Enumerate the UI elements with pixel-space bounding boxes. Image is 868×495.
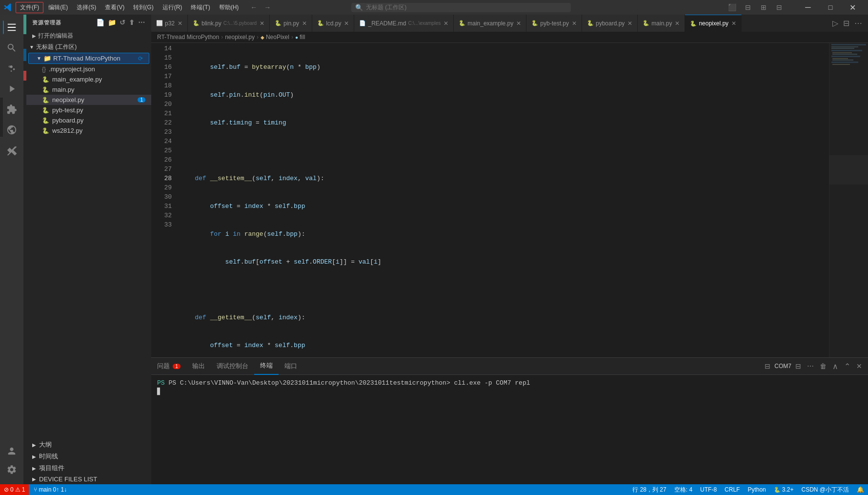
new-file-icon[interactable]: 📄 (96, 19, 105, 26)
breadcrumb-class[interactable]: ◆NeoPixel (261, 34, 289, 41)
panel-maximize-icon[interactable]: ⌃ (842, 361, 852, 372)
activity-run[interactable] (3, 80, 20, 98)
sidebar-file-6[interactable]: 🐍 ws2812.py (26, 125, 151, 136)
run-icon[interactable]: ▷ (830, 19, 840, 28)
sidebar-outline[interactable]: ▶ 大纲 (26, 439, 151, 451)
statusbar-python-version[interactable]: 🐍 3.2+ (770, 484, 798, 495)
sidebar-project-components[interactable]: ▶ 项目组件 (26, 462, 151, 474)
search-input[interactable] (366, 4, 567, 11)
menu-terminal[interactable]: 终端(T) (187, 2, 214, 13)
panel-split-icon[interactable]: ⊟ (763, 361, 772, 371)
panel-up-icon[interactable]: ∧ (830, 361, 840, 372)
search-bar[interactable]: 🔍 (351, 3, 571, 12)
statusbar-eol[interactable]: CRLF (721, 484, 744, 495)
panel-tab-output[interactable]: 输出 (186, 358, 211, 375)
panel-tab-problems[interactable]: 问题 1 (151, 358, 186, 375)
code-area[interactable]: self.buf = bytearray(n * bpp) self.pin.i… (176, 43, 829, 357)
tab-close-main-example[interactable]: ✕ (516, 20, 521, 27)
tab-readme[interactable]: 📄 _README.md C:\...\examples ✕ (354, 15, 454, 32)
breadcrumb-file[interactable]: neopixel.py (225, 34, 255, 41)
activity-account[interactable] (3, 442, 20, 460)
tab-close-pin[interactable]: ✕ (302, 20, 307, 27)
panel-tab-ports[interactable]: 端口 (279, 358, 303, 375)
layout-btn-1[interactable]: ⬛ (725, 0, 740, 15)
tab-neopixel[interactable]: 🐍 neopixel.py ✕ (685, 15, 742, 32)
terminal-content[interactable]: PS PS C:\Users\VINNO-Van\Desktop\2023101… (151, 375, 868, 484)
nav-back[interactable]: ← (247, 2, 260, 12)
breadcrumb-root[interactable]: RT-Thread MicroPython (157, 34, 219, 41)
panel-close-icon[interactable]: ✕ (854, 361, 864, 371)
statusbar-line-col[interactable]: 行 28，列 27 (628, 484, 670, 495)
tab-p32[interactable]: ⬜ p32 ✕ (151, 15, 188, 32)
activity-test[interactable] (3, 142, 20, 159)
nav-forward[interactable]: → (261, 2, 274, 12)
open-editors-header[interactable]: ▶ 打开的编辑器 (26, 30, 151, 41)
panel-layout-icon[interactable]: ⊟ (793, 361, 803, 371)
sidebar-file-2[interactable]: 🐍 main.py (26, 84, 151, 95)
sidebar-file-5[interactable]: 🐍 pyboard.py (26, 115, 151, 125)
panel-tab-debug[interactable]: 调试控制台 (211, 358, 254, 375)
tab-pyboard[interactable]: 🐍 pyboard.py ✕ (582, 15, 638, 32)
activity-search[interactable] (3, 39, 20, 57)
menu-help[interactable]: 帮助(H) (215, 2, 243, 13)
collapse-all-icon[interactable]: ⬆ (129, 19, 135, 26)
tab-blink[interactable]: 🐍 blink.py C:\...\5.pyboard ✕ (188, 15, 270, 32)
tab-close-blink[interactable]: ✕ (260, 20, 264, 27)
activity-remote[interactable] (3, 121, 20, 139)
sidebar-device-files[interactable]: ▶ DEVICE FILES LIST (26, 474, 151, 484)
sidebar-file-3[interactable]: 🐍 neopixel.py 1 (26, 95, 151, 105)
panel-more-icon[interactable]: ⋯ (805, 361, 816, 371)
menu-edit[interactable]: 编辑(E) (44, 2, 72, 13)
more-icon[interactable]: ⋯ (138, 19, 145, 26)
minimize-btn[interactable]: ─ (797, 0, 819, 15)
activity-extensions[interactable] (3, 101, 20, 118)
sidebar-file-0[interactable]: {} .mpyproject.json (26, 64, 151, 74)
new-folder-icon[interactable]: 📁 (108, 19, 117, 26)
tab-pin[interactable]: 🐍 pin.py ✕ (270, 15, 312, 32)
activity-explorer[interactable] (3, 19, 20, 36)
sidebar-file-1[interactable]: 🐍 main_example.py (26, 74, 151, 84)
tab-pyb-test[interactable]: 🐍 pyb-test.py ✕ (526, 15, 582, 32)
workspace-header[interactable]: ▼ 无标题 (工作区) (26, 41, 151, 53)
tab-close-p32[interactable]: ✕ (178, 20, 182, 27)
tab-close-lcd[interactable]: ✕ (344, 20, 349, 27)
panel-tab-terminal[interactable]: 终端 (254, 358, 279, 375)
project-folder[interactable]: ▼ 📁 RT-Thread MicroPython ⟳ (28, 53, 149, 64)
statusbar-branch[interactable]: ⑂ main 0↑ 1↓ (29, 484, 72, 495)
statusbar-language[interactable]: Python (744, 484, 769, 495)
tab-lcd[interactable]: 🐍 lcd.py ✕ (312, 15, 354, 32)
tab-close-neopixel[interactable]: ✕ (731, 20, 736, 27)
menu-select[interactable]: 选择(S) (73, 2, 100, 13)
activity-source-control[interactable] (3, 60, 20, 77)
menu-goto[interactable]: 转到(G) (129, 2, 157, 13)
menu-run[interactable]: 运行(R) (159, 2, 186, 13)
tab-main-example[interactable]: 🐍 main_example.py ✕ (454, 15, 526, 32)
statusbar-spaces[interactable]: 空格: 4 (670, 484, 696, 495)
more-tabs-icon[interactable]: ⋯ (852, 19, 864, 28)
layout-btn-4[interactable]: ⊟ (771, 0, 787, 15)
menu-file[interactable]: 文件(F) (16, 2, 43, 13)
statusbar-encoding[interactable]: UTF-8 (696, 484, 721, 495)
split-editor-icon[interactable]: ⊟ (841, 19, 851, 28)
tab-close-main[interactable]: ✕ (675, 20, 680, 27)
tab-close-pyboard[interactable]: ✕ (627, 20, 632, 27)
tab-close-pyb-test[interactable]: ✕ (572, 20, 577, 27)
panel-trash-icon[interactable]: 🗑 (818, 361, 828, 371)
sidebar-timeline[interactable]: ▶ 时间线 (26, 451, 151, 462)
maximize-btn[interactable]: □ (819, 0, 842, 15)
statusbar-errors[interactable]: ⊘ 0 ⚠ 1 (0, 484, 29, 495)
tab-close-readme[interactable]: ✕ (444, 20, 448, 27)
problems-badge: 1 (173, 364, 181, 369)
tab-main[interactable]: 🐍 main.py ✕ (638, 15, 685, 32)
activity-settings[interactable] (3, 461, 20, 478)
close-btn[interactable]: ✕ (842, 0, 864, 15)
layout-btn-2[interactable]: ⊟ (740, 0, 756, 15)
refresh-icon[interactable]: ↺ (120, 19, 126, 26)
layout-btn-3[interactable]: ⊞ (756, 0, 771, 15)
sidebar-file-4[interactable]: 🐍 pyb-test.py (26, 105, 151, 115)
menu-view[interactable]: 查看(V) (101, 2, 128, 13)
statusbar-bell[interactable]: 🔔 (853, 484, 868, 495)
editor[interactable]: 14 15 16 17 18 19 20 21 22 23 24 25 26 2… (151, 43, 868, 357)
statusbar-feedback[interactable]: CSDN @小丁不活 (797, 484, 853, 495)
breadcrumb-method[interactable]: ●fill (295, 34, 305, 41)
